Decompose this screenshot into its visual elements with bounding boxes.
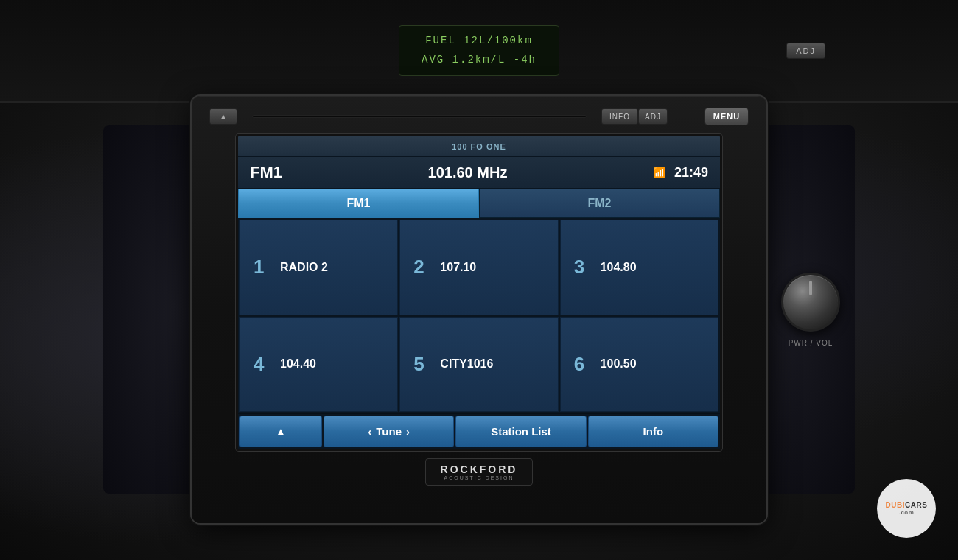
preset-2-name: 107.10: [440, 261, 476, 274]
head-unit: ▲ INFO ADJ MENU 100 FO ONE FM1 101.60 MH…: [192, 96, 766, 523]
tune-button[interactable]: ‹ ‹ Tune › Tune ›: [324, 416, 454, 447]
tab-fm2[interactable]: FM2: [479, 189, 720, 218]
bottom-controls: ▲ ‹ ‹ Tune › Tune › Station List Info: [238, 413, 720, 449]
preset-3-name: 104.80: [601, 261, 637, 274]
preset-5-name: CITY1016: [440, 357, 493, 371]
current-band-label: FM1: [250, 163, 282, 182]
dubicars-watermark: DUBI CARS .com: [877, 479, 936, 538]
adj-button-unit[interactable]: ADJ: [638, 108, 668, 125]
preset-1-number: 1: [254, 256, 271, 279]
preset-4[interactable]: 4 104.40: [240, 317, 398, 413]
preset-2-number: 2: [413, 256, 431, 279]
preset-6[interactable]: 6 100.50: [560, 317, 718, 413]
rockford-badge: ROCKFORD ACOUSTIC DESIGN: [425, 458, 534, 486]
station-list-button[interactable]: Station List: [455, 416, 586, 447]
preset-2[interactable]: 2 107.10: [399, 220, 558, 315]
preset-1[interactable]: 1 RADIO 2: [240, 220, 398, 315]
eject-button[interactable]: ▲: [209, 108, 237, 125]
screen-header: FM1 101.60 MHz 📶 21:49: [238, 157, 720, 189]
adj-button[interactable]: ADJ: [786, 43, 825, 59]
preset-6-number: 6: [574, 353, 592, 376]
menu-button[interactable]: MENU: [704, 108, 749, 125]
preset-3-number: 3: [574, 256, 592, 279]
current-frequency: 101.60 MHz: [282, 164, 653, 181]
volume-knob[interactable]: [781, 273, 840, 332]
dash-display-line2: AVG 1.2km/L -4h: [422, 51, 536, 69]
dash-display-line1: FUEL 12L/100km: [422, 32, 536, 50]
preset-1-name: RADIO 2: [280, 261, 328, 274]
preset-5[interactable]: 5 CITY1016: [399, 317, 558, 413]
info-button[interactable]: Info: [588, 416, 718, 447]
rockford-sub: ACOUSTIC DESIGN: [444, 475, 514, 480]
car-panel: FUEL 12L/100km AVG 1.2km/L -4h ADJ ▲ INF…: [0, 0, 958, 560]
com-text: .com: [899, 509, 915, 516]
scroll-up-icon: ▲: [276, 425, 287, 438]
preset-grid: 1 RADIO 2 2 107.10 3 104.80 4 104.40: [238, 218, 720, 413]
scroll-up-button[interactable]: ▲: [240, 416, 322, 447]
dubi-text: DUBI: [886, 501, 905, 509]
cars-text: CARS: [905, 501, 927, 509]
tab-fm1[interactable]: FM1: [238, 189, 479, 218]
preset-5-number: 5: [413, 353, 431, 376]
pwr-vol-label: PWR / VOL: [789, 339, 833, 347]
cd-slot: [252, 115, 587, 118]
tune-prev-icon: ‹: [368, 425, 371, 438]
preset-6-name: 100.50: [601, 357, 637, 371]
tune-next-icon: ›: [406, 425, 410, 438]
screen-top-text: 100 FO ONE: [452, 142, 506, 151]
clock-display: 21:49: [674, 165, 708, 181]
preset-4-name: 104.40: [280, 357, 316, 371]
preset-3[interactable]: 3 104.80: [560, 220, 718, 315]
info-top-button[interactable]: INFO: [601, 108, 638, 125]
head-unit-bottom: ROCKFORD ACOUSTIC DESIGN: [199, 451, 759, 493]
band-tabs: FM1 FM2: [238, 189, 720, 218]
screen-top-bar: 100 FO ONE: [238, 136, 720, 157]
preset-4-number: 4: [254, 353, 271, 376]
header-right: 📶 21:49: [653, 165, 708, 181]
rockford-brand: ROCKFORD: [441, 463, 518, 475]
bluetooth-icon: 📶: [653, 167, 665, 178]
top-controls: ▲ INFO ADJ MENU: [199, 103, 759, 130]
radio-screen: 100 FO ONE FM1 101.60 MHz 📶 21:49 FM1 FM…: [236, 134, 722, 451]
